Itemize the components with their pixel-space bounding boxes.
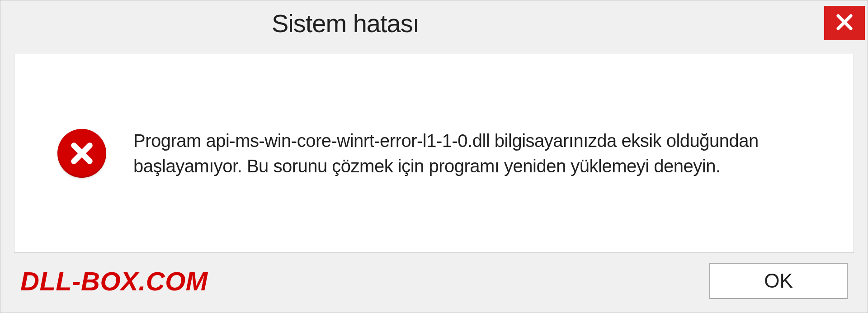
close-button[interactable]	[824, 6, 865, 40]
dialog-footer: DLL-BOX.COM OK	[0, 253, 868, 313]
error-icon	[57, 129, 106, 178]
error-dialog: Sistem hatası Program api-ms-win-core-wi…	[0, 0, 868, 313]
ok-button[interactable]: OK	[709, 263, 848, 299]
dialog-title: Sistem hatası	[0, 9, 419, 38]
content-area: Program api-ms-win-core-winrt-error-l1-1…	[14, 54, 854, 253]
close-icon	[835, 13, 854, 33]
title-bar: Sistem hatası	[0, 0, 868, 46]
watermark-text: DLL-BOX.COM	[20, 266, 208, 296]
error-message: Program api-ms-win-core-winrt-error-l1-1…	[133, 128, 807, 179]
ok-button-label: OK	[764, 270, 793, 292]
